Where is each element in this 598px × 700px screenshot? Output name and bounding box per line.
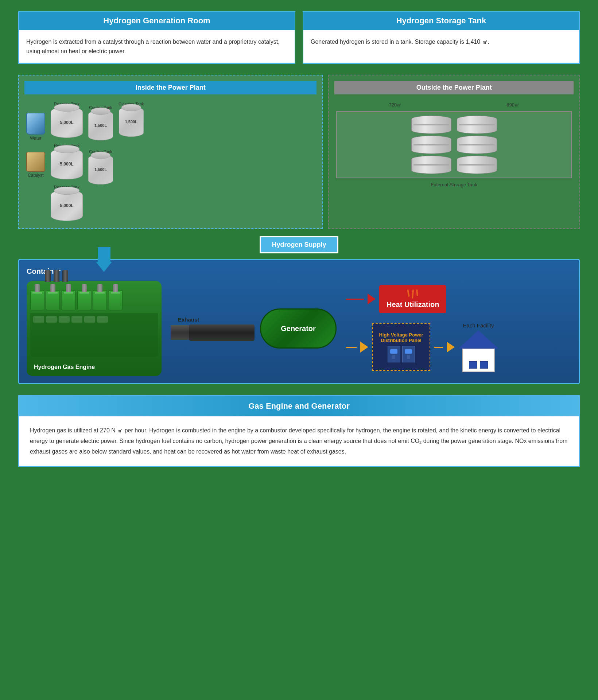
- hydrogen-generation-title: Hydrogen Generation Room: [19, 12, 295, 30]
- spark-1: [407, 289, 410, 296]
- piston-2: [46, 290, 60, 310]
- storage-cyl-2: [411, 136, 451, 154]
- input-column: Water Catalyst: [26, 102, 45, 178]
- right-flow-area: Heat Utilization High Voltage Power Dist…: [346, 285, 498, 372]
- storage-cyl-6: [457, 156, 497, 174]
- inside-plant: Inside the Power Plant Water Catalyst: [18, 75, 323, 229]
- hydrogen-supply-arrow: [96, 247, 112, 272]
- piston-4: [77, 290, 91, 310]
- catalyst-icon: [26, 152, 45, 172]
- house-windows: [469, 361, 488, 369]
- engine-detail-4: [71, 316, 82, 323]
- storage-cyl-5: [457, 136, 497, 154]
- top-info-row: Hydrogen Generation Room Hydrogen is ext…: [18, 11, 580, 64]
- cooling-tank-cylinder-2: 1,500L: [88, 155, 113, 184]
- exhaust-pipes-top: [45, 270, 68, 282]
- water-label: Water: [30, 136, 42, 141]
- storage-area: [336, 111, 572, 178]
- panel-light-2: [405, 349, 412, 354]
- piston-1: [30, 290, 44, 310]
- piston-row: [30, 290, 123, 310]
- engine-detail-1: [33, 316, 44, 323]
- spark-2: [412, 289, 414, 299]
- inside-plant-label: Inside the Power Plant: [24, 81, 317, 94]
- facility-label: Each Facility: [463, 322, 494, 328]
- outside-capacities: 720㎥ 690㎥: [336, 102, 572, 108]
- hydrogen-storage-body: Generated hydrogen is stored in a tank. …: [303, 30, 579, 54]
- heat-row: Heat Utilization: [346, 285, 446, 313]
- engine-body: Hydrogen Gas Engine: [27, 281, 162, 376]
- cleaning-tank-1: Cleaning Tank 1,500L: [119, 102, 144, 137]
- reaction-tank-cylinder-2: 5,000L: [51, 148, 83, 179]
- reaction-tank-3: Reaction Tank 5,000L: [51, 185, 83, 221]
- bottom-info-title: Gas Engine and Generator: [19, 396, 579, 416]
- panel-box-2: [402, 346, 415, 362]
- engine-gas-label: Hydrogen Gas Engine: [34, 364, 95, 370]
- exhaust-area: Exhaust: [171, 316, 255, 341]
- hydrogen-storage-box: Hydrogen Storage Tank Generated hydrogen…: [303, 11, 580, 64]
- cooling-tank-cylinder-1: 1,500L: [88, 110, 113, 140]
- hydrogen-supply-label: Hydrogen Supply: [272, 241, 326, 248]
- reaction-tank-1: Reaction Tank 5,000L: [51, 102, 83, 138]
- storage-cyl-3: [411, 156, 451, 174]
- inside-content: Water Catalyst Reaction Tank 5,000L: [24, 100, 317, 223]
- catalyst-visual: Catalyst: [26, 152, 45, 178]
- engine-detail-5: [84, 316, 95, 323]
- house-body: [462, 349, 495, 372]
- exhaust-main-pipe: [189, 324, 255, 341]
- facility-line: [434, 347, 443, 348]
- house-icon: [458, 330, 498, 372]
- engine-detail-6: [97, 316, 108, 323]
- exhaust-label: Exhaust: [178, 316, 199, 323]
- capacity-2: 690㎥: [506, 102, 519, 108]
- exhaust-pipe-3: [62, 270, 68, 282]
- house-window-1: [469, 361, 477, 369]
- piston-5: [93, 290, 107, 310]
- storage-cyl-4: [457, 116, 497, 134]
- reaction-tanks-column: Reaction Tank 5,000L Reaction Tank 5,000…: [51, 102, 83, 221]
- piston-3: [62, 290, 75, 310]
- generator-wrapper: Generator: [260, 308, 337, 349]
- panel-box-1: [388, 346, 400, 362]
- power-panel-label: High Voltage Power Distribution Panel: [378, 332, 424, 343]
- storage-cyl-1: [411, 116, 451, 134]
- engine-section-inner: Hydrogen Gas Engine Exhaust Generator: [27, 281, 571, 376]
- external-storage-label: External Storage Tank: [336, 182, 572, 187]
- cleaning-tank-column: Cleaning Tank 1,500L: [119, 102, 144, 137]
- engine-lower-body: [30, 313, 158, 357]
- power-row: High Voltage Power Distribution Panel: [346, 322, 498, 372]
- hydrogen-generation-box: Hydrogen Generation Room Hydrogen is ext…: [18, 11, 295, 64]
- panel-light-1: [390, 349, 397, 354]
- heat-utilization-box: Heat Utilization: [379, 285, 446, 313]
- storage-group-left: [411, 116, 451, 174]
- power-panel: High Voltage Power Distribution Panel: [372, 323, 430, 371]
- house-roof: [458, 330, 498, 349]
- bottom-info: Gas Engine and Generator Hydrogen gas is…: [18, 395, 580, 467]
- piston-6: [109, 290, 123, 310]
- cleaning-tank-cylinder: 1,500L: [119, 107, 144, 137]
- water-tank-icon: [26, 113, 45, 135]
- engine-block-wrapper: Hydrogen Gas Engine: [27, 281, 165, 376]
- reaction-tank-cylinder-1: 5,000L: [51, 107, 83, 138]
- power-line: [346, 347, 357, 348]
- water-visual: Water: [26, 113, 45, 141]
- reaction-tank-2: Reaction Tank 5,000L: [51, 143, 83, 179]
- panel-boxes: [388, 346, 415, 362]
- engine-detail-3: [59, 316, 70, 323]
- house-window-2: [480, 361, 488, 369]
- container-section: Container: [18, 259, 580, 384]
- exhaust-pipe-2: [54, 270, 59, 282]
- hydrogen-supply-box: Hydrogen Supply: [260, 236, 338, 253]
- heat-line: [346, 299, 364, 300]
- outside-plant-label: Outside the Power Plant: [334, 81, 574, 94]
- plant-section: Inside the Power Plant Water Catalyst: [18, 75, 580, 229]
- heat-arrow: [368, 293, 376, 304]
- cooling-tanks-column: Cooling Tank 1,500L Cooling Tank 1,500L: [88, 102, 113, 184]
- engine-detail-2: [46, 316, 57, 323]
- cooling-tank-1: Cooling Tank 1,500L: [88, 105, 113, 140]
- panel-switch-1: [392, 355, 395, 359]
- engine-details: [30, 313, 158, 326]
- reaction-tank-cylinder-3: 5,000L: [51, 190, 83, 221]
- power-arrow: [360, 342, 368, 353]
- catalyst-label: Catalyst: [28, 173, 43, 178]
